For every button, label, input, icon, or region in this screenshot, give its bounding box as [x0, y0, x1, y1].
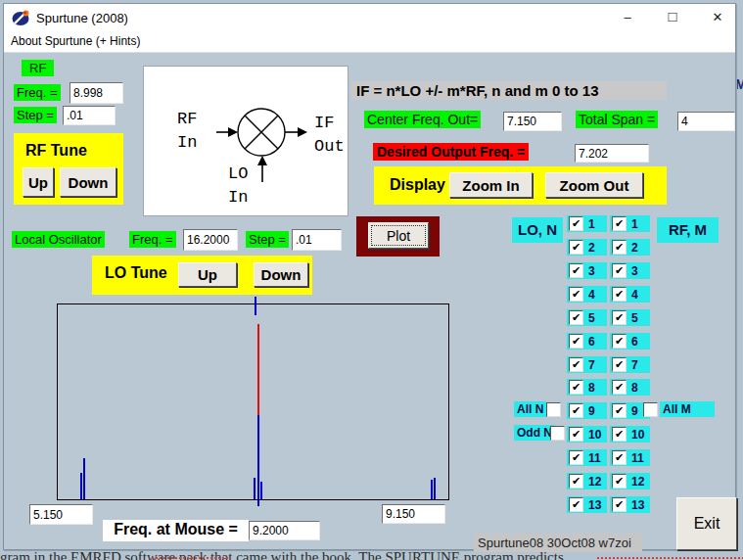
- rf-up-button[interactable]: Up: [23, 167, 54, 197]
- checkbox[interactable]: ✔: [612, 334, 627, 349]
- rf-m-checkbox-row[interactable]: ✔7: [610, 356, 650, 373]
- lo-freq-label: Freq. =: [129, 231, 176, 248]
- minimize-button[interactable]: –: [613, 9, 642, 26]
- all-m-checkbox[interactable]: [643, 402, 658, 417]
- rf-m-checkbox-row[interactable]: ✔2: [610, 239, 650, 256]
- zoom-in-button[interactable]: Zoom In: [449, 172, 533, 198]
- spectral-line-spur: [431, 480, 433, 499]
- checkbox[interactable]: ✔: [569, 403, 583, 418]
- close-button[interactable]: ✕: [703, 9, 732, 26]
- checkbox[interactable]: ✔: [569, 287, 583, 302]
- checkbox[interactable]: ✔: [569, 427, 583, 442]
- total-span-input[interactable]: [677, 112, 735, 131]
- lo-n-checkbox-row[interactable]: ✔3: [567, 262, 607, 279]
- lo-down-button[interactable]: Down: [254, 262, 308, 287]
- checkbox-number-label: 5: [631, 311, 638, 325]
- checkbox[interactable]: ✔: [612, 216, 627, 231]
- if-formula-label: IF = n*LO +/- m*RF, n and m 0 to 13: [351, 81, 667, 100]
- plot-button[interactable]: Plot: [368, 222, 429, 249]
- total-span-label: Total Span =: [576, 111, 658, 128]
- zoom-out-button[interactable]: Zoom Out: [545, 172, 643, 198]
- lo-n-checkbox-row[interactable]: ✔1: [567, 215, 607, 232]
- menu-item-about[interactable]: About Spurtune (+ Hints): [11, 34, 140, 48]
- rf-down-button[interactable]: Down: [60, 167, 116, 197]
- spectrum-chart[interactable]: [57, 303, 449, 500]
- app-icon: [12, 10, 31, 26]
- all-m-label: All M: [660, 401, 715, 417]
- checkbox[interactable]: ✔: [569, 240, 583, 255]
- checkbox[interactable]: ✔: [612, 380, 627, 395]
- checkbox[interactable]: ✔: [569, 450, 583, 465]
- checkbox[interactable]: ✔: [569, 497, 583, 512]
- lo-step-input[interactable]: [292, 229, 342, 251]
- chart-right-freq-input[interactable]: [382, 504, 445, 524]
- lo-freq-input[interactable]: [183, 229, 238, 251]
- lo-n-checkbox-row[interactable]: ✔11: [567, 449, 607, 466]
- rf-freq-input[interactable]: [70, 82, 123, 104]
- lo-n-checkbox-row[interactable]: ✔9: [567, 402, 607, 419]
- checkbox[interactable]: ✔: [569, 474, 583, 489]
- checkbox[interactable]: ✔: [569, 357, 583, 372]
- rf-m-header: RF, M: [657, 217, 719, 243]
- rf-m-checkbox-row[interactable]: ✔12: [610, 473, 650, 490]
- checkbox-number-label: 7: [631, 358, 638, 372]
- lo-n-checkbox-row[interactable]: ✔2: [567, 239, 607, 256]
- spellcheck-squiggle: [152, 557, 230, 559]
- checkbox[interactable]: ✔: [569, 380, 583, 395]
- lo-n-checkbox-row[interactable]: ✔8: [567, 379, 607, 396]
- checkbox-number-label: 6: [631, 335, 638, 349]
- chart-left-freq-input[interactable]: [29, 504, 93, 525]
- rf-m-checkbox-row[interactable]: ✔3: [610, 262, 650, 279]
- rf-m-checkbox-row[interactable]: ✔10: [610, 426, 650, 443]
- rf-m-checkbox-row[interactable]: ✔11: [610, 449, 650, 466]
- checkbox[interactable]: ✔: [612, 287, 627, 302]
- maximize-button[interactable]: □: [658, 8, 687, 25]
- rf-step-label: Step =: [14, 107, 57, 123]
- checkbox[interactable]: ✔: [612, 240, 627, 255]
- checkbox[interactable]: ✔: [569, 263, 583, 278]
- checkbox[interactable]: ✔: [569, 334, 583, 349]
- lo-n-checkbox-row[interactable]: ✔12: [567, 473, 607, 490]
- checkbox[interactable]: ✔: [569, 216, 583, 231]
- rf-m-checkbox-row[interactable]: ✔13: [610, 496, 650, 513]
- exit-button[interactable]: Exit: [676, 497, 737, 550]
- lo-n-checkbox-row[interactable]: ✔6: [567, 333, 607, 350]
- lo-n-checkbox-row[interactable]: ✔4: [567, 286, 607, 303]
- lo-n-checkbox-row[interactable]: ✔10: [567, 426, 607, 443]
- checkbox-number-label: 2: [588, 241, 595, 255]
- checkbox[interactable]: ✔: [612, 310, 627, 325]
- freq-at-mouse-input[interactable]: [249, 521, 320, 540]
- checkbox-number-label: 1: [588, 217, 595, 231]
- all-n-checkbox[interactable]: [546, 402, 561, 417]
- checkbox[interactable]: ✔: [612, 497, 627, 512]
- checkbox[interactable]: ✔: [569, 310, 583, 325]
- checkbox-number-label: 8: [631, 381, 638, 395]
- rf-m-checkbox-row[interactable]: ✔4: [610, 286, 650, 303]
- checkbox[interactable]: ✔: [612, 357, 627, 372]
- display-title: Display: [390, 176, 445, 194]
- rf-step-input[interactable]: [63, 106, 116, 125]
- lo-n-checkbox-row[interactable]: ✔5: [567, 309, 607, 326]
- center-freq-input[interactable]: [503, 112, 562, 131]
- title-bar[interactable]: Spurtune (2008) – □ ✕: [4, 4, 735, 31]
- checkbox[interactable]: ✔: [612, 263, 627, 278]
- rf-m-checkbox-row[interactable]: ✔1: [610, 215, 650, 232]
- desired-output-input[interactable]: [575, 144, 649, 163]
- checkbox[interactable]: ✔: [612, 427, 627, 442]
- checkbox-number-label: 11: [631, 451, 644, 465]
- rf-m-checkbox-row[interactable]: ✔6: [610, 333, 650, 350]
- checkbox[interactable]: ✔: [612, 403, 627, 418]
- checkbox[interactable]: ✔: [612, 474, 627, 489]
- background-text-fragment: M: [735, 76, 743, 92]
- lo-up-button[interactable]: Up: [178, 262, 237, 287]
- checkbox[interactable]: ✔: [612, 450, 627, 465]
- lo-n-checkbox-row[interactable]: ✔7: [567, 356, 607, 373]
- spectral-line-desired-output-stub: [257, 499, 259, 506]
- odd-n-checkbox[interactable]: [550, 426, 565, 441]
- lo-n-checkbox-row[interactable]: ✔13: [567, 496, 607, 513]
- rf-m-checkbox-row[interactable]: ✔8: [610, 379, 650, 396]
- checkbox-number-label: 9: [588, 404, 595, 418]
- display-panel: Display Zoom In Zoom Out: [374, 166, 667, 205]
- rf-m-checkbox-row[interactable]: ✔5: [610, 309, 650, 326]
- app-window: Spurtune (2008) – □ ✕ About Spurtune (+ …: [3, 3, 736, 550]
